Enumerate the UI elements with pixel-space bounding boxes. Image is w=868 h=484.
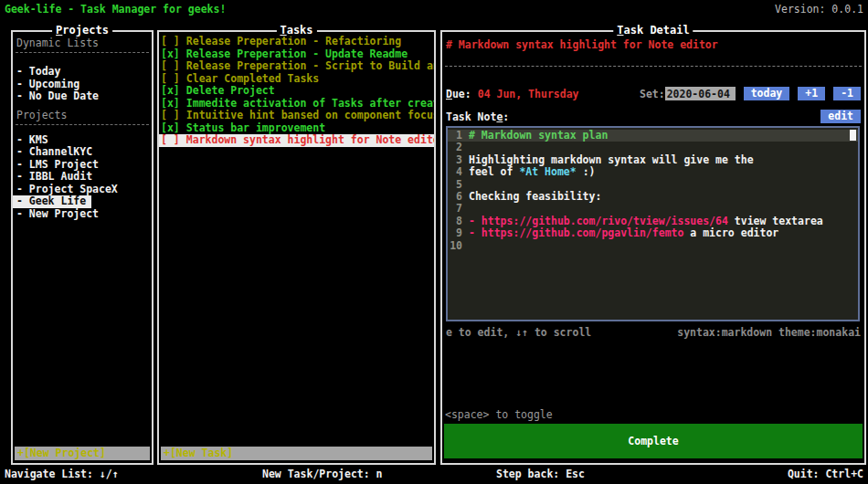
task-label: Markdown syntax highlight for Note edito…: [186, 134, 434, 146]
editor-line[interactable]: 4feel of *At Home* :): [448, 166, 858, 178]
today-button[interactable]: today: [744, 87, 790, 100]
header: Geek-life - Task Manager for geeks! Vers…: [5, 3, 863, 16]
editor-hints: e to edit, ↓↑ to scroll syntax:markdown …: [446, 326, 861, 339]
editor-scrollbar-thumb[interactable]: [850, 130, 856, 141]
editor-text-segment: a micro editor: [683, 227, 778, 239]
project-item[interactable]: - Geek Life: [13, 195, 91, 208]
task-checkbox[interactable]: [x]: [161, 98, 180, 110]
editor-line[interactable]: 10: [448, 240, 858, 252]
task-row[interactable]: [ ]Release Preperation - Refactioring: [159, 36, 434, 48]
editor-line[interactable]: 8- https://github.com/rivo/tview/issues/…: [448, 216, 858, 227]
task-row[interactable]: [ ]Release Preperation - Script to Build…: [159, 60, 434, 73]
editor-line[interactable]: 6Checking feasibility:: [448, 191, 858, 203]
editor-text-segment: *At Home*: [519, 166, 576, 178]
divider: [445, 66, 862, 67]
dynamic-lists: - Today- Upcoming- No Due Date: [13, 66, 152, 103]
editor-text-segment: :): [577, 166, 596, 178]
task-checkbox[interactable]: [ ]: [161, 134, 180, 146]
project-item[interactable]: - Project SpaceX: [13, 184, 152, 196]
editor-line-number: 7: [448, 203, 462, 215]
task-label: Status bar improvement: [186, 122, 325, 134]
editor-line-number: 3: [448, 154, 462, 166]
task-row[interactable]: [x]Release Preperation - Update Readme: [159, 48, 434, 61]
task-label: Release Preperation - Update Readme: [186, 48, 408, 60]
task-checkbox[interactable]: [x]: [161, 48, 180, 60]
editor-line[interactable]: 2: [448, 142, 858, 153]
dynamic-list-item[interactable]: - Today: [13, 66, 152, 79]
editor-hint-right: syntax:markdown theme:monakai: [677, 326, 861, 339]
task-row[interactable]: [x]Immedite activation of Tasks after cr…: [159, 98, 434, 110]
editor-line-number: 10: [448, 240, 462, 252]
task-label: Clear Completed Tasks: [186, 73, 319, 85]
task-checkbox[interactable]: [ ]: [161, 110, 180, 121]
editor-text-segment: # Markdown syntax plan: [469, 130, 608, 142]
projects-panel-title: Projects: [52, 24, 112, 37]
task-label: Intuitive hint bansed on component focus: [186, 110, 434, 121]
task-detail-panel-title: Task Detail: [613, 24, 693, 37]
tasks-panel-title: Tasks: [276, 24, 316, 37]
editor-text-segment: Checking feasibility:: [469, 191, 601, 203]
editor-line-number: 9: [448, 227, 462, 239]
new-task-button[interactable]: +[New Task]: [161, 447, 432, 460]
version-label: Version: 0.0.1: [775, 3, 863, 16]
toggle-hint: <space> to toggle: [445, 408, 553, 421]
task-row[interactable]: [ ]Markdown syntax highlight for Note ed…: [159, 134, 434, 147]
project-item[interactable]: - IBBL Audit: [13, 171, 152, 184]
due-row: Due: 04 Jun, Thursday Set: today +1 -1: [446, 87, 861, 100]
task-checkbox[interactable]: [ ]: [161, 73, 180, 85]
status-navigate: Navigate List: ↓/↑: [5, 468, 119, 480]
editor-line-number: 2: [448, 142, 462, 153]
editor-line[interactable]: 3Highlighting markdown syntax will give …: [448, 154, 858, 166]
status-step-back: Step back: Esc: [496, 468, 585, 480]
task-checkbox[interactable]: [x]: [161, 122, 180, 134]
task-label: Delete Project: [186, 85, 275, 97]
task-checkbox[interactable]: [ ]: [161, 60, 180, 72]
editor-line[interactable]: 7: [448, 203, 858, 215]
task-note-label: Task Note:: [446, 110, 509, 123]
editor-line-number: 1: [448, 130, 462, 142]
due-date-input[interactable]: [665, 87, 736, 100]
plus-one-button[interactable]: +1: [798, 87, 825, 100]
new-project-button[interactable]: +[New Project]: [15, 447, 150, 460]
app-title: Geek-life - Task Manager for geeks!: [5, 3, 226, 16]
task-row[interactable]: [ ]Intuitive hint bansed on component fo…: [159, 110, 434, 122]
editor-line[interactable]: 5: [448, 179, 858, 191]
editor-text-segment: tview textarea: [728, 216, 823, 227]
editor-text-segment: - https://github.com/rivo/tview/issues/6…: [469, 216, 728, 227]
dynamic-list-item[interactable]: - No Due Date: [13, 90, 152, 103]
task-detail-title: # Markdown syntax highlight for Note edi…: [446, 38, 718, 51]
task-checkbox[interactable]: [x]: [161, 85, 180, 97]
complete-button[interactable]: Complete: [444, 424, 863, 458]
editor-line-number: 8: [448, 216, 462, 227]
project-item[interactable]: - ChannelKYC: [13, 146, 152, 159]
project-item[interactable]: - KMS: [13, 134, 152, 147]
project-item[interactable]: - LMS Project: [13, 159, 152, 172]
projects-panel: Projects Dynamic Lists - Today- Upcoming…: [11, 30, 153, 465]
task-row[interactable]: [x]Delete Project: [159, 85, 434, 98]
project-item[interactable]: - New Project: [13, 208, 152, 221]
editor-line[interactable]: 9- https://github.com/pgavlin/femto a mi…: [448, 227, 858, 239]
status-new-task: New Task/Project: n: [262, 468, 383, 480]
projects-header: Projects: [13, 110, 152, 121]
task-note-row: Task Note: edit: [446, 110, 861, 123]
task-detail-panel: Task Detail # Markdown syntax highlight …: [440, 30, 866, 465]
editor-line[interactable]: 1# Markdown syntax plan: [448, 130, 858, 142]
due-date-value: 04 Jun, Thursday: [478, 88, 579, 100]
edit-button[interactable]: edit: [820, 110, 861, 123]
task-checkbox[interactable]: [ ]: [161, 36, 180, 47]
due-label: Due:: [446, 88, 471, 100]
dynamic-list-item[interactable]: - Upcoming: [13, 79, 152, 91]
editor-hint-left: e to edit, ↓↑ to scroll: [446, 326, 591, 339]
task-label: Release Preperation - Script to Build an…: [186, 60, 434, 72]
editor-text-segment: - https://github.com/pgavlin/femto: [469, 227, 683, 239]
editor-line-number: 6: [448, 191, 462, 203]
divider: [16, 52, 149, 53]
note-editor[interactable]: 1# Markdown syntax plan23Highlighting ma…: [446, 126, 860, 321]
task-label: Release Preperation - Refactioring: [186, 36, 401, 47]
task-row[interactable]: [x]Status bar improvement: [159, 122, 434, 135]
task-row[interactable]: [ ]Clear Completed Tasks: [159, 73, 434, 86]
dynamic-lists-header: Dynamic Lists: [13, 37, 152, 49]
tasks-panel: Tasks [ ]Release Preperation - Refactior…: [157, 30, 436, 465]
minus-one-button[interactable]: -1: [833, 87, 861, 100]
status-quit: Quit: Ctrl+C: [788, 468, 863, 480]
